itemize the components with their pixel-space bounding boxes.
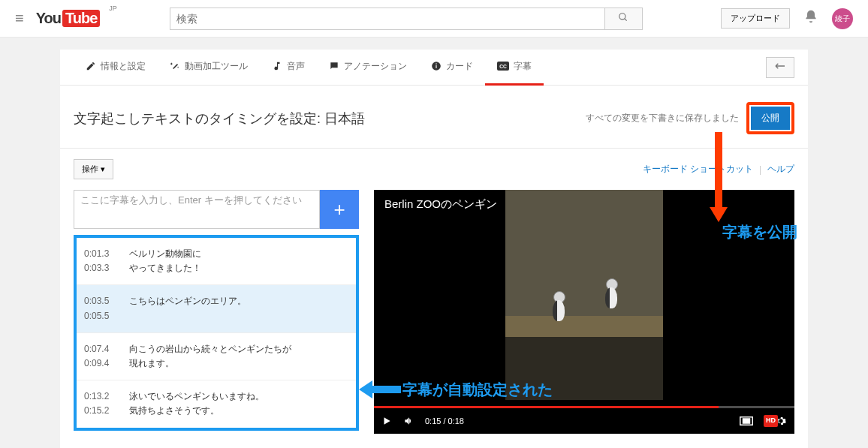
subtitle-end: 0:05.5 [84, 309, 129, 323]
svg-text:CC: CC [499, 64, 507, 69]
subtitle-times: 0:03.5 0:05.5 [84, 294, 129, 323]
subtitle-item[interactable]: 0:03.5 0:05.5 こちらはペンギンのエリア。 [77, 285, 356, 332]
page-title: 文字起こしテキストのタイミングを設定: 日本語 [74, 110, 365, 128]
subtitle-text: ベルリン動物園に やってきました！ [129, 247, 348, 275]
subtitle-editor: + 0:01.3 0:03.3 ベルリン動物園に やってきました！ 0:03.5… [74, 190, 359, 434]
search-form [170, 8, 643, 30]
time-display: 0:15 / 0:18 [425, 416, 464, 425]
upload-button[interactable]: アップロード [721, 8, 790, 29]
toolbar-row: 操作 ▾ キーボード ショートカット | ヘルプ [60, 149, 808, 190]
tab-audio[interactable]: 音声 [260, 50, 317, 86]
tab-info[interactable]: 情報と設定 [74, 50, 158, 86]
subtitle-input-row: + [74, 190, 359, 229]
penguin-graphic [603, 278, 619, 312]
tab-subtitles-label: 字幕 [514, 60, 532, 73]
search-input[interactable] [170, 8, 605, 30]
theater-icon[interactable] [740, 416, 753, 425]
divider: | [759, 164, 761, 175]
subtitle-start: 0:03.5 [84, 294, 129, 308]
comment-icon [329, 61, 339, 71]
subtitle-item[interactable]: 0:01.3 0:03.3 ベルリン動物園に やってきました！ [77, 238, 356, 285]
subtitle-times: 0:13.2 0:15.2 [84, 389, 129, 418]
volume-icon[interactable] [402, 416, 414, 426]
subtitle-list: 0:01.3 0:03.3 ベルリン動物園に やってきました！ 0:03.5 0… [74, 235, 359, 431]
tab-enhance[interactable]: 動画加工ツール [158, 50, 260, 86]
avatar[interactable]: 綾子 [832, 8, 853, 29]
settings-icon[interactable]: HD [764, 415, 787, 427]
video-overlay-title: Berlin ZOOのペンギン [384, 197, 497, 212]
topbar-right: アップロード 綾子 [721, 8, 853, 29]
publish-button[interactable]: 公開 [751, 107, 790, 130]
tab-info-label: 情報と設定 [101, 60, 146, 73]
tab-audio-label: 音声 [287, 60, 305, 73]
play-icon[interactable] [381, 416, 392, 426]
cc-icon: CC [497, 62, 509, 71]
tabs-bar: 情報と設定 動画加工ツール 音声 アノテーション カード CC 字幕 [60, 50, 808, 86]
subtitle-start: 0:01.3 [84, 247, 129, 261]
main-panel: 情報と設定 動画加工ツール 音声 アノテーション カード CC 字幕 文字起こし… [60, 50, 808, 448]
subtitle-start: 0:13.2 [84, 389, 129, 404]
subtitle-item[interactable]: 0:07.4 0:09.4 向こうの岩山から続々とペンギンたちが 現れます。 [77, 333, 356, 380]
logo-tube: Tube [62, 10, 100, 27]
subtitle-item[interactable]: 0:13.2 0:15.2 泳いでいるペンギンもいますね。 気持ちよさそうです。 [77, 380, 356, 427]
tab-enhance-label: 動画加工ツール [185, 60, 248, 73]
actions-button[interactable]: 操作 ▾ [74, 159, 113, 179]
video-controls: 0:15 / 0:18 HD [374, 408, 794, 434]
tab-annotations-label: アノテーション [344, 60, 407, 73]
back-arrow-icon [774, 62, 786, 73]
subtitle-text: 泳いでいるペンギンもいますね。 気持ちよさそうです。 [129, 389, 348, 418]
wand-icon [170, 61, 180, 71]
publish-highlight: 公開 [746, 102, 794, 134]
region-label: JP [109, 5, 117, 12]
music-icon [272, 61, 282, 71]
shortcut-link[interactable]: キーボード ショートカット [643, 163, 753, 176]
video-panel: Berlin ZOOのペンギン 0:15 / 0:18 HD [374, 190, 794, 434]
subtitle-input[interactable] [74, 190, 320, 229]
title-row: 文字起こしテキストのタイミングを設定: 日本語 すべての変更を下書きに保存しまし… [60, 86, 808, 149]
svg-line-1 [625, 19, 627, 21]
subtitle-start: 0:07.4 [84, 342, 129, 356]
subtitle-times: 0:01.3 0:03.3 [84, 247, 129, 275]
tab-cards[interactable]: カード [419, 50, 485, 86]
bell-icon[interactable] [803, 9, 818, 28]
plus-icon: + [333, 198, 345, 221]
subtitle-end: 0:09.4 [84, 356, 129, 371]
subtitle-text: 向こうの岩山から続々とペンギンたちが 現れます。 [129, 342, 348, 371]
tab-cards-label: カード [446, 60, 473, 73]
subtitle-times: 0:07.4 0:09.4 [84, 342, 129, 371]
save-status: すべての変更を下書きに保存しました [586, 112, 739, 125]
menu-icon[interactable]: ≡ [15, 10, 24, 27]
help-link[interactable]: ヘルプ [767, 163, 794, 176]
tab-subtitles[interactable]: CC 字幕 [485, 50, 544, 86]
video-frame [505, 190, 663, 400]
svg-point-4 [436, 63, 437, 65]
penguin-graphic [550, 291, 567, 325]
svg-point-0 [619, 14, 625, 20]
topbar: ≡ You Tube JP アップロード 綾子 [0, 0, 868, 38]
info-icon [431, 61, 442, 71]
logo-you: You [36, 10, 61, 27]
subtitle-end: 0:03.3 [84, 261, 129, 275]
subtitle-text: こちらはペンギンのエリア。 [129, 294, 348, 323]
svg-rect-3 [436, 65, 436, 68]
pencil-icon [86, 61, 96, 71]
subtitle-end: 0:15.2 [84, 404, 129, 418]
youtube-logo[interactable]: You Tube [36, 10, 101, 27]
editor-row: + 0:01.3 0:03.3 ベルリン動物園に やってきました！ 0:03.5… [60, 190, 808, 434]
back-button[interactable] [766, 57, 794, 78]
svg-rect-8 [743, 419, 750, 423]
add-subtitle-button[interactable]: + [320, 190, 359, 229]
video-player[interactable]: Berlin ZOOのペンギン 0:15 / 0:18 HD [374, 190, 794, 434]
search-icon [618, 12, 628, 25]
search-button[interactable] [605, 8, 643, 30]
tab-annotations[interactable]: アノテーション [317, 50, 419, 86]
controls-right: HD [740, 415, 787, 427]
